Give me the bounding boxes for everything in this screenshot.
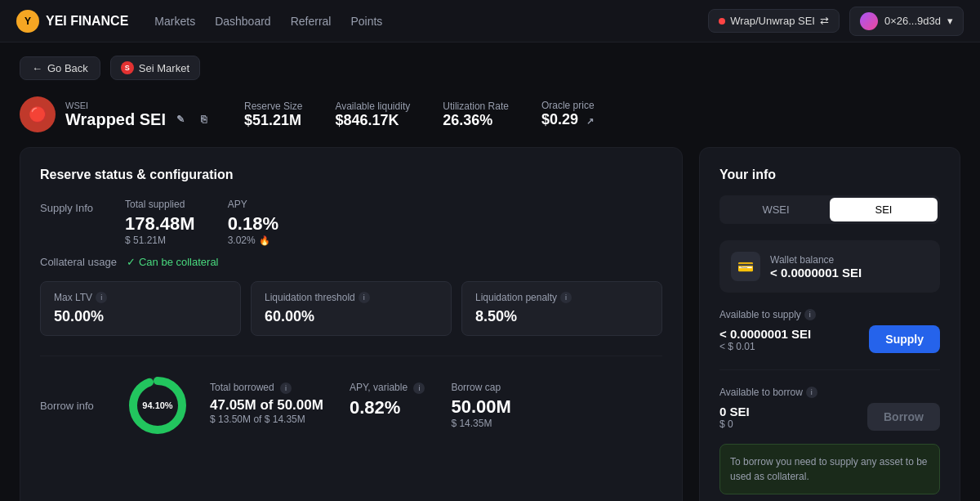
oracle-price-stat: Oracle price $0.29 ↗	[541, 100, 599, 130]
total-borrowed-sub: $ 13.50M of $ 14.35M	[210, 414, 323, 425]
reserve-size-label: Reserve Size	[244, 101, 302, 112]
wrap-label: Wrap/Unwrap SEI	[730, 15, 815, 27]
supply-row: Supply Info Total supplied 178.48M $ 51.…	[40, 199, 662, 246]
available-supply-sub: < $ 0.01	[719, 341, 811, 352]
available-borrow-info-icon[interactable]: i	[806, 387, 817, 398]
wallet-balance-row: 💳 Wallet balance < 0.0000001 SEI	[719, 240, 940, 293]
liq-threshold-box: Liquidation threshold i 60.00%	[251, 281, 452, 336]
wallet-address: 0×26...9d3d	[884, 15, 941, 27]
supply-button[interactable]: Supply	[869, 325, 940, 353]
chevron-down-icon: ▾	[947, 15, 953, 27]
supply-stats: Total supplied 178.48M $ 51.21M APY 0.18…	[125, 199, 662, 246]
borrow-apy-info-icon[interactable]: i	[413, 382, 425, 394]
apy-sub: 3.02% 🔥	[228, 235, 278, 246]
borrow-cap-col: Borrow cap 50.00M $ 14.35M	[451, 382, 510, 429]
collateral-row: Collateral usage ✓ Can be collateral	[40, 256, 662, 268]
apy-main: 0.18%	[228, 213, 278, 235]
liq-penalty-label: Liquidation penalty	[475, 292, 557, 303]
donut-label: 94.10%	[142, 400, 172, 410]
borrow-apy-col: APY, variable i 0.82%	[350, 382, 425, 429]
borrow-cap-label: Borrow cap	[451, 382, 510, 393]
max-ltv-value: 50.00%	[54, 308, 227, 325]
liq-penalty-box: Liquidation penalty i 8.50%	[461, 281, 662, 336]
available-supply-label: Available to supply	[719, 309, 801, 320]
borrow-apy-main: 0.82%	[350, 397, 425, 418]
navbar: Y YEI FINANCE Markets Dashboard Referral…	[0, 0, 980, 42]
liq-threshold-info-icon[interactable]: i	[359, 292, 370, 303]
borrow-stats: Total borrowed i 47.05M of 50.00M $ 13.5…	[210, 382, 511, 429]
total-supplied-col: Total supplied 178.48M $ 51.21M	[125, 199, 195, 246]
total-supplied-sub: $ 51.21M	[125, 235, 195, 246]
collateral-label: Collateral usage	[40, 256, 117, 268]
liq-threshold-label: Liquidation threshold	[265, 292, 355, 303]
wallet-balance-value: < 0.0000001 SEI	[770, 266, 862, 280]
total-borrowed-col: Total borrowed i 47.05M of 50.00M $ 13.5…	[210, 382, 323, 429]
borrow-button[interactable]: Borrow	[867, 403, 940, 431]
total-supplied-label: Total supplied	[125, 199, 195, 210]
total-borrowed-main: 47.05M of 50.00M	[210, 397, 323, 414]
divider-2	[719, 369, 940, 370]
liquidity-label: Available liquidity	[335, 101, 410, 112]
sei-market-badge: S Sei Market	[110, 56, 200, 80]
utilization-value: 26.36%	[443, 112, 509, 129]
logo-icon: Y	[16, 10, 39, 33]
tab-sei[interactable]: SEI	[830, 198, 938, 221]
utilization-label: Utilization Rate	[443, 101, 509, 112]
tab-wsei[interactable]: WSEI	[722, 198, 830, 221]
avatar	[860, 12, 878, 30]
max-ltv-box: Max LTV i 50.00%	[40, 281, 241, 336]
nav-links: Markets Dashboard Referral Points	[154, 11, 708, 31]
your-info-title: Your info	[719, 168, 940, 182]
sei-market-label: Sei Market	[139, 62, 189, 74]
borrow-donut-chart: 94.10%	[125, 373, 190, 438]
available-borrow-label: Available to borrow	[719, 387, 803, 398]
nav-dashboard[interactable]: Dashboard	[215, 11, 271, 31]
max-ltv-info-icon[interactable]: i	[96, 292, 107, 303]
available-supply-section: Available to supply i < 0.0000001 SEI < …	[719, 309, 940, 353]
nav-referral[interactable]: Referral	[291, 11, 332, 31]
available-supply-value: < 0.0000001 SEI	[719, 327, 811, 341]
apy-label: APY	[228, 199, 278, 210]
arrow-left-icon: ←	[32, 62, 42, 74]
total-supplied-main: 178.48M	[125, 213, 195, 235]
copy-icon[interactable]: ⎘	[195, 111, 212, 127]
asset-name: Wrapped SEI ✎ ⎘	[65, 110, 212, 129]
nav-points[interactable]: Points	[350, 11, 382, 31]
borrow-info-section: Borrow info 94.10% Total borrowed i 47.0…	[40, 373, 662, 438]
nav-right: Wrap/Unwrap SEI ⇄ 0×26...9d3d ▾	[708, 7, 964, 36]
fire-icon: 🔥	[259, 235, 270, 246]
check-icon: ✓	[127, 256, 136, 268]
external-link-icon[interactable]: ✎	[172, 111, 189, 127]
top-bar: ← Go Back S Sei Market	[0, 42, 980, 88]
available-supply-info-icon[interactable]: i	[804, 309, 816, 320]
right-panel: Your info WSEI SEI 💳 Wallet balance < 0.…	[699, 147, 960, 501]
liquidity-stat: Available liquidity $846.17K	[335, 101, 410, 129]
logo: Y YEI FINANCE	[16, 10, 128, 33]
wrap-unwrap-button[interactable]: Wrap/Unwrap SEI ⇄	[708, 9, 840, 33]
utilization-stat: Utilization Rate 26.36%	[443, 101, 509, 129]
status-dot	[719, 18, 725, 25]
wallet-button[interactable]: 0×26...9d3d ▾	[849, 7, 964, 36]
supply-info-section: Supply Info Total supplied 178.48M $ 51.…	[40, 199, 662, 336]
liq-penalty-value: 8.50%	[475, 308, 648, 325]
back-label: Go Back	[47, 62, 88, 74]
available-borrow-sub: $ 0	[719, 418, 750, 430]
borrow-info-label: Borrow info	[40, 400, 105, 412]
total-borrowed-label: Total borrowed	[210, 382, 274, 393]
swap-icon: ⇄	[820, 15, 829, 27]
available-borrow-section: Available to borrow i 0 SEI $ 0 Borrow	[719, 387, 940, 431]
nav-markets[interactable]: Markets	[154, 11, 195, 31]
logo-text: YEI FINANCE	[46, 14, 128, 29]
liq-penalty-info-icon[interactable]: i	[560, 292, 572, 303]
asset-logo-area: 🔴 WSEI Wrapped SEI ✎ ⎘	[20, 96, 212, 132]
collateral-badge-label: Can be collateral	[139, 256, 219, 268]
reserve-config-title: Reserve status & configuration	[40, 168, 662, 182]
oracle-external-icon[interactable]: ↗	[582, 113, 599, 129]
total-borrowed-info-icon[interactable]: i	[280, 382, 292, 394]
go-back-button[interactable]: ← Go Back	[20, 56, 100, 80]
borrow-cap-main: 50.00M	[451, 396, 510, 418]
borrow-cap-sub: $ 14.35M	[451, 418, 510, 429]
oracle-price-value: $0.29 ↗	[541, 111, 599, 130]
wallet-balance-block: Wallet balance < 0.0000001 SEI	[770, 254, 862, 280]
reserve-size-stat: Reserve Size $51.21M	[244, 101, 302, 129]
